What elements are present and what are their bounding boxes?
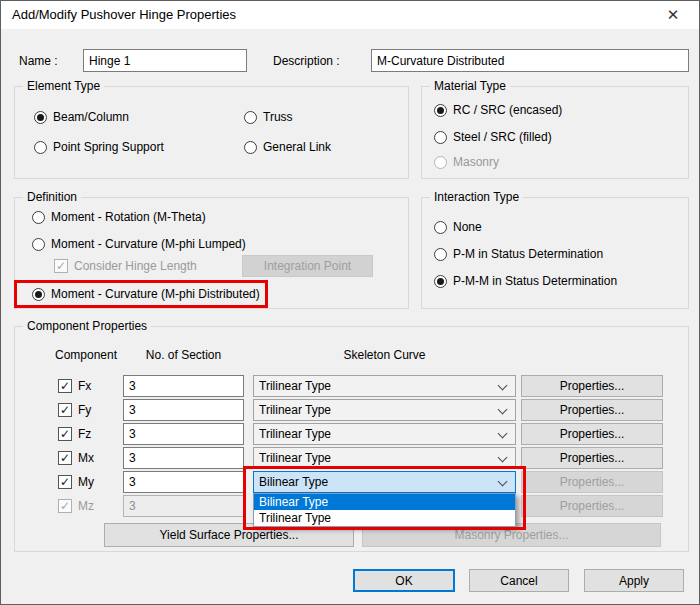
radio-selected-icon <box>434 104 447 117</box>
interaction-type-group: Interaction Type None P-M in Status Dete… <box>421 197 689 309</box>
select-value: Trilinear Type <box>259 379 331 393</box>
my-properties-button: Properties... <box>521 471 663 493</box>
radio-beam-column[interactable]: Beam/Column <box>34 109 129 125</box>
radio-moment-curvature-m-phi-distributed[interactable]: Moment - Curvature (M-phi Distributed) <box>32 286 260 302</box>
fx-properties-button[interactable]: Properties... <box>521 375 663 397</box>
component-label: Mz <box>78 499 94 513</box>
radio-icon <box>434 248 447 261</box>
skeleton-curve-dropdown-list: Bilinear Type Trilinear Type <box>253 493 516 527</box>
component-label: Fy <box>78 403 91 417</box>
my-skeleton-curve-select-open[interactable]: Bilinear Type <box>253 471 516 493</box>
integration-point-button: Integration Point <box>242 255 373 277</box>
radio-icon <box>434 131 447 144</box>
fy-properties-button[interactable]: Properties... <box>521 399 663 421</box>
radio-rc-src-encased[interactable]: RC / SRC (encased) <box>434 102 562 118</box>
radio-masonry: Masonry <box>434 154 499 170</box>
chevron-down-icon <box>498 453 508 463</box>
radio-point-spring-support[interactable]: Point Spring Support <box>34 139 164 155</box>
name-input[interactable] <box>83 49 247 72</box>
radio-none[interactable]: None <box>434 219 482 235</box>
radio-label: Moment - Rotation (M-Theta) <box>51 210 206 224</box>
chevron-down-icon <box>498 405 508 415</box>
radio-label: General Link <box>263 140 331 154</box>
radio-truss[interactable]: Truss <box>244 109 293 125</box>
dropdown-option-trilinear[interactable]: Trilinear Type <box>254 510 515 526</box>
radio-general-link[interactable]: General Link <box>244 139 331 155</box>
pushover-hinge-properties-dialog: Add/Modify Pushover Hinge Properties ✕ N… <box>0 0 700 605</box>
my-checkbox[interactable]: ✓ My <box>58 474 94 490</box>
fx-skeleton-curve-select[interactable]: Trilinear Type <box>253 375 516 397</box>
fy-checkbox[interactable]: ✓ Fy <box>58 402 91 418</box>
radio-disabled-icon <box>434 156 447 169</box>
cancel-button[interactable]: Cancel <box>469 569 569 592</box>
dropdown-option-bilinear[interactable]: Bilinear Type <box>254 494 515 510</box>
radio-label: P-M-M in Status Determination <box>453 274 617 288</box>
fx-checkbox[interactable]: ✓ Fx <box>58 378 91 394</box>
ok-button[interactable]: OK <box>353 569 455 592</box>
column-header-component: Component <box>41 348 131 362</box>
mx-skeleton-curve-select[interactable]: Trilinear Type <box>253 447 516 469</box>
checkbox-checked-icon[interactable]: ✓ <box>58 403 72 417</box>
select-value: Trilinear Type <box>259 451 331 465</box>
radio-selected-icon <box>32 288 45 301</box>
fz-properties-button[interactable]: Properties... <box>521 423 663 445</box>
chevron-down-icon <box>498 381 508 391</box>
radio-moment-rotation-m-theta[interactable]: Moment - Rotation (M-Theta) <box>32 209 206 225</box>
radio-icon <box>244 111 257 124</box>
mx-properties-button[interactable]: Properties... <box>521 447 663 469</box>
radio-label: RC / SRC (encased) <box>453 103 562 117</box>
apply-button[interactable]: Apply <box>584 569 684 592</box>
material-type-group: Material Type RC / SRC (encased) Steel /… <box>421 86 689 179</box>
close-icon[interactable]: ✕ <box>660 5 686 25</box>
checkbox-checked-disabled-icon: ✓ <box>58 499 72 513</box>
radio-icon <box>34 141 47 154</box>
consider-hinge-length-checkbox: ✓ Consider Hinge Length <box>54 258 197 274</box>
checkbox-checked-icon[interactable]: ✓ <box>58 427 72 441</box>
fy-sections-input[interactable] <box>123 399 244 421</box>
checkbox-checked-icon[interactable]: ✓ <box>58 379 72 393</box>
radio-label: Truss <box>263 110 293 124</box>
radio-selected-icon <box>434 275 447 288</box>
column-header-no-of-section: No. of Section <box>123 348 244 362</box>
radio-pmm-status-determination[interactable]: P-M-M in Status Determination <box>434 273 617 289</box>
select-value: Trilinear Type <box>259 403 331 417</box>
radio-label: Point Spring Support <box>53 140 164 154</box>
my-sections-input[interactable] <box>123 471 244 493</box>
mx-sections-input[interactable] <box>123 447 244 469</box>
radio-icon <box>434 221 447 234</box>
component-label: Fx <box>78 379 91 393</box>
chevron-down-icon <box>498 429 508 439</box>
mz-checkbox: ✓ Mz <box>58 498 94 514</box>
mx-checkbox[interactable]: ✓ Mx <box>58 450 94 466</box>
definition-group-title: Definition <box>23 190 81 204</box>
window-title: Add/Modify Pushover Hinge Properties <box>12 7 236 22</box>
radio-selected-icon <box>34 111 47 124</box>
description-input[interactable] <box>371 49 689 72</box>
fz-skeleton-curve-select[interactable]: Trilinear Type <box>253 423 516 445</box>
fy-skeleton-curve-select[interactable]: Trilinear Type <box>253 399 516 421</box>
fz-sections-input[interactable] <box>123 423 244 445</box>
description-label: Description : <box>273 54 340 68</box>
radio-label: Moment - Curvature (M-phi Distributed) <box>51 287 260 301</box>
component-properties-group-title: Component Properties <box>23 319 151 333</box>
fz-checkbox[interactable]: ✓ Fz <box>58 426 91 442</box>
fx-sections-input[interactable] <box>123 375 244 397</box>
material-type-group-title: Material Type <box>430 79 510 93</box>
mz-sections-input <box>123 495 244 517</box>
radio-pm-status-determination[interactable]: P-M in Status Determination <box>434 246 603 262</box>
radio-label: Moment - Curvature (M-phi Lumped) <box>51 237 246 251</box>
column-header-skeleton-curve: Skeleton Curve <box>253 348 516 362</box>
select-value: Trilinear Type <box>259 427 331 441</box>
component-label: My <box>78 475 94 489</box>
radio-steel-src-filled[interactable]: Steel / SRC (filled) <box>434 129 552 145</box>
chevron-down-icon <box>498 477 508 487</box>
checkbox-checked-icon[interactable]: ✓ <box>58 475 72 489</box>
radio-moment-curvature-m-phi-lumped[interactable]: Moment - Curvature (M-phi Lumped) <box>32 236 246 252</box>
checkbox-checked-disabled-icon: ✓ <box>54 259 68 273</box>
radio-icon <box>32 238 45 251</box>
element-type-group-title: Element Type <box>23 79 104 93</box>
select-value: Bilinear Type <box>259 475 328 489</box>
checkbox-checked-icon[interactable]: ✓ <box>58 451 72 465</box>
radio-label: Steel / SRC (filled) <box>453 130 552 144</box>
radio-icon <box>244 141 257 154</box>
